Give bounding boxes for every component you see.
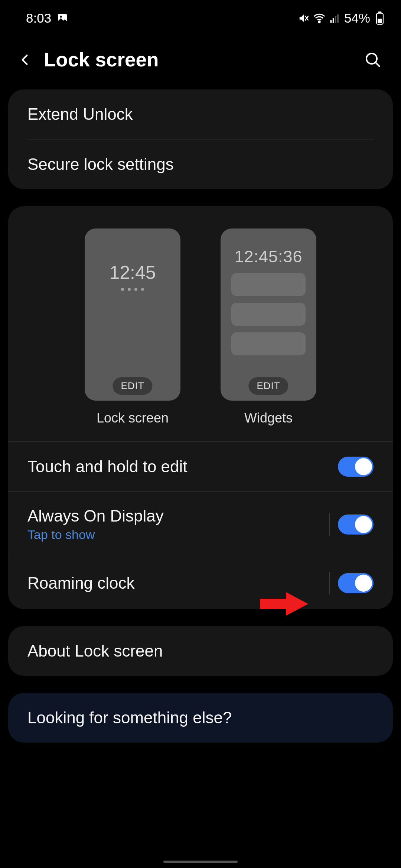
svg-marker-14 xyxy=(260,592,308,616)
about-lockscreen-label: About Lock screen xyxy=(27,642,163,660)
nav-handle[interactable] xyxy=(163,861,238,863)
status-left: 8:03 xyxy=(26,11,68,26)
extend-unlock-item[interactable]: Extend Unlock xyxy=(8,89,393,139)
widgets-preview-label: Widgets xyxy=(244,410,293,426)
touch-hold-edit-item[interactable]: Touch and hold to edit xyxy=(8,442,393,491)
separator xyxy=(329,513,330,536)
widgets-preview[interactable]: 12:45:36 EDIT Widgets xyxy=(221,228,316,426)
annotation-arrow-icon xyxy=(260,589,312,620)
widgets-edit-badge[interactable]: EDIT xyxy=(248,377,288,395)
security-group: Extend Unlock Secure lock settings xyxy=(8,89,393,189)
lockscreen-preview-clock: 12:45 xyxy=(109,262,156,283)
status-right: 54% xyxy=(298,11,384,26)
widget-placeholder xyxy=(231,303,306,326)
widgets-preview-clock: 12:45:36 xyxy=(234,247,302,266)
battery-icon xyxy=(375,11,384,25)
about-lockscreen-item[interactable]: About Lock screen xyxy=(8,626,393,676)
search-button[interactable] xyxy=(363,50,382,69)
svg-rect-8 xyxy=(337,14,339,23)
battery-percent: 54% xyxy=(344,11,370,26)
aod-toggle[interactable] xyxy=(338,514,374,535)
status-time: 8:03 xyxy=(26,11,51,26)
customize-group: 12:45 EDIT Lock screen 12:45:36 EDIT Wid… xyxy=(8,206,393,609)
svg-rect-7 xyxy=(335,16,336,23)
roaming-clock-toggle[interactable] xyxy=(338,573,374,593)
svg-line-13 xyxy=(376,62,379,66)
lockscreen-preview-label: Lock screen xyxy=(97,410,169,426)
about-group: About Lock screen xyxy=(8,626,393,676)
dots-icon xyxy=(121,288,144,291)
secure-lock-item[interactable]: Secure lock settings xyxy=(8,139,393,189)
aod-label: Always On Display xyxy=(27,507,164,525)
widgets-preview-phone: 12:45:36 EDIT xyxy=(221,228,316,401)
gallery-icon xyxy=(56,12,68,24)
lockscreen-edit-badge[interactable]: EDIT xyxy=(113,377,152,395)
always-on-display-item[interactable]: Always On Display Tap to show xyxy=(8,491,393,557)
looking-else-item[interactable]: Looking for something else? xyxy=(8,693,393,743)
svg-rect-6 xyxy=(333,18,334,23)
extend-unlock-label: Extend Unlock xyxy=(27,105,133,124)
widget-placeholder xyxy=(231,332,306,355)
page-header: Lock screen xyxy=(0,33,401,89)
page-title: Lock screen xyxy=(44,48,353,71)
svg-rect-5 xyxy=(330,20,332,23)
signal-icon xyxy=(329,13,340,24)
secure-lock-label: Secure lock settings xyxy=(27,155,174,174)
back-button[interactable] xyxy=(17,51,33,68)
roaming-clock-item[interactable]: Roaming clock xyxy=(8,557,393,609)
lockscreen-preview-phone: 12:45 EDIT xyxy=(85,228,180,401)
looking-else-label: Looking for something else? xyxy=(27,708,232,727)
widget-placeholder xyxy=(231,273,306,296)
toggle-section: Touch and hold to edit Always On Display… xyxy=(8,441,393,609)
lockscreen-preview[interactable]: 12:45 EDIT Lock screen xyxy=(85,228,180,426)
separator xyxy=(329,572,330,594)
svg-rect-11 xyxy=(378,19,382,23)
svg-point-4 xyxy=(319,21,320,23)
footer-group: Looking for something else? xyxy=(8,693,393,743)
touch-hold-edit-toggle[interactable] xyxy=(338,457,374,477)
previews-row: 12:45 EDIT Lock screen 12:45:36 EDIT Wid… xyxy=(8,228,393,441)
wifi-icon xyxy=(313,12,326,24)
status-bar: 8:03 54% xyxy=(0,0,401,33)
svg-point-1 xyxy=(60,16,62,17)
mute-vibrate-icon xyxy=(298,13,309,24)
roaming-clock-label: Roaming clock xyxy=(27,574,135,592)
touch-hold-edit-label: Touch and hold to edit xyxy=(27,457,188,476)
aod-sublabel: Tap to show xyxy=(27,527,164,542)
